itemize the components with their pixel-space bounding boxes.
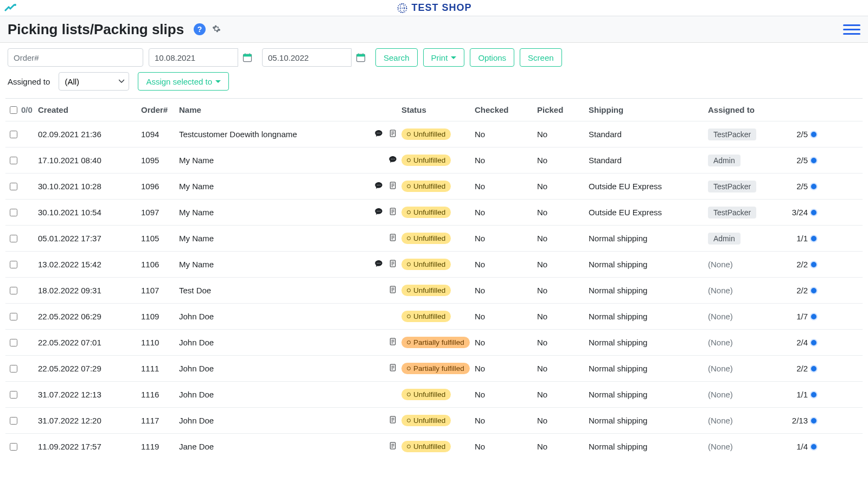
cell-name[interactable]: My Name [177, 234, 367, 243]
header-name[interactable]: Name [177, 105, 367, 114]
assign-selected-button[interactable]: Assign selected to [138, 72, 229, 91]
table-row[interactable]: 31.07.2022 12:13 1116 John Doe Unfulfill… [5, 381, 863, 407]
note-icon[interactable] [388, 337, 397, 348]
cell-order[interactable]: 1105 [139, 234, 177, 243]
assigned-tag[interactable]: TestPacker [708, 207, 756, 219]
cell-order[interactable]: 1106 [139, 260, 177, 269]
table-row[interactable]: 18.02.2022 09:31 1107 Test Doe Unfulfill… [5, 277, 863, 303]
header-checked[interactable]: Checked [473, 105, 535, 114]
view-icon[interactable] [811, 340, 816, 345]
row-checkbox[interactable] [10, 339, 17, 346]
note-icon[interactable] [388, 259, 397, 269]
row-checkbox[interactable] [10, 209, 17, 216]
header-assigned[interactable]: Assigned to [706, 105, 782, 114]
note-icon[interactable] [388, 441, 397, 452]
cell-name[interactable]: Testcustomer Doewith longname [177, 130, 367, 139]
cell-order[interactable]: 1097 [139, 208, 177, 217]
table-row[interactable]: 13.02.2022 15:42 1106 My Name Unfulfille… [5, 251, 863, 277]
screen-button[interactable]: Screen [520, 48, 562, 67]
menu-button[interactable] [843, 21, 860, 38]
note-icon[interactable] [388, 129, 397, 139]
row-checkbox[interactable] [10, 391, 17, 399]
date-to-input[interactable] [262, 48, 352, 67]
cell-name[interactable]: Jane Doe [177, 442, 367, 451]
view-icon[interactable] [811, 132, 816, 137]
table-row[interactable]: 22.05.2022 07:01 1110 John Doe Partially… [5, 329, 863, 355]
row-checkbox[interactable] [10, 313, 17, 320]
chat-icon[interactable] [374, 259, 383, 269]
view-icon[interactable] [811, 184, 816, 189]
header-shipping[interactable]: Shipping [586, 105, 706, 114]
row-checkbox[interactable] [10, 235, 17, 242]
header-status[interactable]: Status [399, 105, 473, 114]
table-row[interactable]: 17.10.2021 08:40 1095 My Name Unfulfille… [5, 147, 863, 173]
print-button[interactable]: Print [423, 48, 465, 67]
select-all-checkbox[interactable] [10, 106, 17, 114]
header-picked[interactable]: Picked [535, 105, 586, 114]
chat-icon[interactable] [374, 207, 383, 217]
note-icon[interactable] [388, 233, 397, 243]
note-icon[interactable] [388, 181, 397, 191]
note-icon[interactable] [388, 363, 397, 374]
view-icon[interactable] [811, 314, 816, 319]
chat-icon[interactable] [388, 155, 397, 165]
cell-order[interactable]: 1117 [139, 416, 177, 425]
row-checkbox[interactable] [10, 157, 17, 164]
view-icon[interactable] [811, 392, 816, 397]
cell-order[interactable]: 1095 [139, 156, 177, 165]
table-row[interactable]: 30.10.2021 10:28 1096 My Name Unfulfille… [5, 173, 863, 199]
search-button[interactable]: Search [375, 48, 418, 67]
row-checkbox[interactable] [10, 261, 17, 268]
assigned-tag[interactable]: Admin [708, 155, 741, 166]
assigned-tag[interactable]: TestPacker [708, 181, 756, 192]
view-icon[interactable] [811, 366, 816, 371]
assigned-to-select[interactable]: (All) [59, 72, 129, 91]
view-icon[interactable] [811, 418, 816, 423]
table-row[interactable]: 11.09.2022 17:57 1119 Jane Doe Unfulfill… [5, 433, 863, 459]
cell-order[interactable]: 1111 [139, 364, 177, 373]
cell-order[interactable]: 1119 [139, 442, 177, 451]
cell-name[interactable]: My Name [177, 156, 367, 165]
cell-name[interactable]: John Doe [177, 338, 367, 347]
table-row[interactable]: 02.09.2021 21:36 1094 Testcustomer Doewi… [5, 121, 863, 147]
row-checkbox[interactable] [10, 287, 17, 294]
cell-order[interactable]: 1096 [139, 182, 177, 191]
view-icon[interactable] [811, 236, 816, 241]
chat-icon[interactable] [374, 181, 383, 191]
view-icon[interactable] [811, 262, 816, 267]
header-created[interactable]: Created [36, 105, 139, 114]
app-logo[interactable] [4, 3, 16, 13]
note-icon[interactable] [388, 285, 397, 296]
assigned-tag[interactable]: TestPacker [708, 129, 756, 140]
options-button[interactable]: Options [470, 48, 514, 67]
calendar-to-icon[interactable] [352, 48, 370, 67]
view-icon[interactable] [811, 158, 816, 163]
row-checkbox[interactable] [10, 443, 17, 451]
note-icon[interactable] [388, 415, 397, 426]
table-row[interactable]: 22.05.2022 07:29 1111 John Doe Partially… [5, 355, 863, 381]
row-checkbox[interactable] [10, 131, 17, 138]
row-checkbox[interactable] [10, 417, 17, 425]
assigned-tag[interactable]: Admin [708, 233, 741, 245]
table-row[interactable]: 30.10.2021 10:54 1097 My Name Unfulfille… [5, 199, 863, 225]
cell-name[interactable]: My Name [177, 260, 367, 269]
help-icon[interactable]: ? [194, 23, 206, 35]
row-checkbox[interactable] [10, 183, 17, 190]
cell-order[interactable]: 1107 [139, 286, 177, 295]
row-checkbox[interactable] [10, 365, 17, 373]
table-row[interactable]: 05.01.2022 17:37 1105 My Name Unfulfille… [5, 225, 863, 251]
cell-name[interactable]: John Doe [177, 312, 367, 321]
view-icon[interactable] [811, 210, 816, 215]
table-row[interactable]: 31.07.2022 12:20 1117 John Doe Unfulfill… [5, 407, 863, 433]
view-icon[interactable] [811, 288, 816, 293]
calendar-from-icon[interactable] [238, 48, 257, 67]
cell-name[interactable]: My Name [177, 208, 367, 217]
view-icon[interactable] [811, 444, 816, 450]
chat-icon[interactable] [374, 129, 383, 139]
cell-name[interactable]: My Name [177, 182, 367, 191]
cell-name[interactable]: John Doe [177, 364, 367, 373]
note-icon[interactable] [388, 207, 397, 217]
order-number-input[interactable] [8, 48, 143, 67]
cell-name[interactable]: Test Doe [177, 286, 367, 295]
cell-order[interactable]: 1094 [139, 130, 177, 139]
